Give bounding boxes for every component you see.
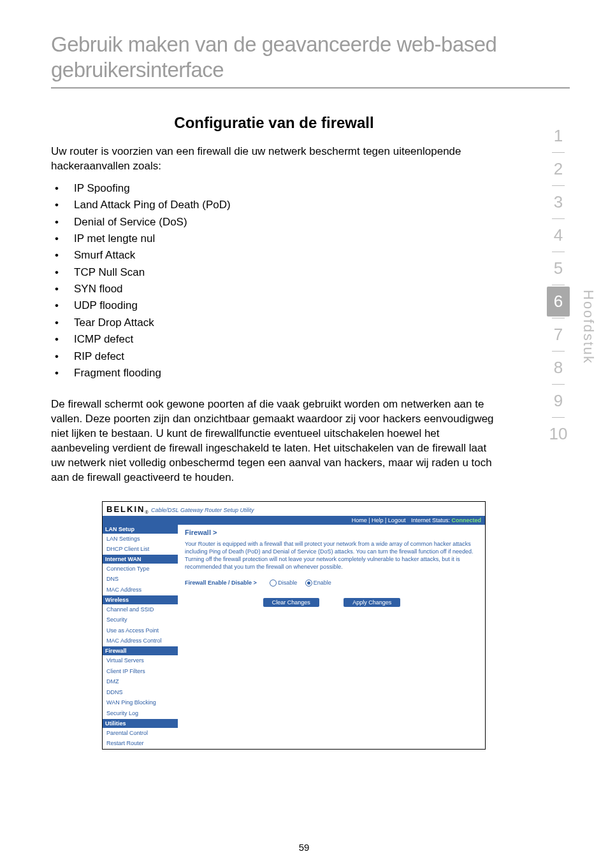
sidebar-item[interactable]: Use as Access Point (103, 625, 178, 636)
sidebar-item[interactable]: DMZ (103, 676, 178, 687)
list-item: Fragment flooding (51, 365, 497, 381)
sidebar-item[interactable]: Connection Type (103, 564, 178, 574)
router-topbar: Home | Help | Logout Internet Status: Co… (103, 516, 485, 525)
router-screenshot: BELKIN® Cable/DSL Gateway Router Setup U… (102, 501, 486, 750)
list-item: RIP defect (51, 348, 497, 365)
status-value: Connected (451, 517, 481, 523)
list-item: IP met lengte nul (51, 231, 497, 247)
breadcrumb: Firewall > (185, 529, 479, 536)
chapter-nav-item[interactable]: 1 (547, 121, 570, 151)
firewall-description: Your Router is equipped with a firewall … (185, 540, 479, 571)
list-item: Land Attack Ping of Death (PoD) (51, 197, 497, 213)
sidebar-item[interactable]: Restart Router (103, 738, 178, 749)
sidebar-group: Internet WAN (103, 555, 178, 564)
sidebar-item[interactable]: DNS (103, 574, 178, 585)
sidebar-group: Utilities (103, 719, 178, 728)
sidebar-item[interactable]: DDNS (103, 687, 178, 698)
chapter-nav-item[interactable]: 8 (547, 353, 570, 383)
nav-separator (552, 384, 565, 385)
firewall-toggle-row: Firewall Enable / Disable > Disable Enab… (185, 580, 479, 587)
sidebar-item[interactable]: MAC Address (103, 585, 178, 595)
apply-changes-button[interactable]: Apply Changes (344, 598, 400, 607)
brand-name: BELKIN (106, 504, 145, 514)
chapter-nav-item[interactable]: 6 (547, 287, 570, 317)
nav-separator (552, 185, 565, 186)
nav-separator (552, 417, 565, 418)
list-item: UDP flooding (51, 297, 497, 314)
topbar-links[interactable]: Home | Help | Logout (352, 517, 406, 523)
sidebar-item[interactable]: Security (103, 615, 178, 625)
sidebar-item[interactable]: MAC Address Control (103, 636, 178, 646)
chapter-nav-item[interactable]: 5 (547, 253, 570, 283)
router-sidebar: LAN SetupLAN SettingsDHCP Client ListInt… (103, 525, 178, 749)
chapter-nav-item[interactable]: 4 (547, 220, 570, 250)
body-paragraph: De firewall schermt ook gewone poorten a… (51, 397, 497, 485)
chapter-nav-item[interactable]: 2 (547, 154, 570, 184)
sidebar-group: LAN Setup (103, 525, 178, 534)
sidebar-item[interactable]: DHCP Client List (103, 544, 178, 555)
clear-changes-button[interactable]: Clear Changes (263, 598, 319, 607)
intro-text: Uw router is voorzien van een firewall d… (51, 145, 497, 174)
list-item: Smurf Attack (51, 247, 497, 264)
sidebar-item[interactable]: Channel and SSID (103, 604, 178, 615)
sidebar-group: Wireless (103, 595, 178, 604)
list-item: Denial of Service (DoS) (51, 214, 497, 231)
list-item: IP Spoofing (51, 180, 497, 197)
page-number: 59 (0, 842, 608, 853)
section-heading: Configuratie van de firewall (51, 114, 497, 132)
sidebar-item[interactable]: Virtual Servers (103, 655, 178, 666)
chapter-nav-item[interactable]: 3 (547, 187, 570, 217)
radio-disable[interactable]: Disable (270, 580, 297, 586)
title-rule (51, 87, 570, 89)
list-item: SYN flood (51, 281, 497, 297)
brand-subtitle: Cable/DSL Gateway Router Setup Utility (151, 507, 254, 513)
nav-separator (552, 218, 565, 219)
chapter-nav-item[interactable]: 9 (547, 386, 570, 416)
chapter-nav-item[interactable]: 10 (547, 419, 570, 449)
sidebar-item[interactable]: Parental Control (103, 728, 178, 739)
nav-separator (552, 285, 565, 285)
list-item: TCP Null Scan (51, 264, 497, 281)
status-label: Internet Status: (411, 517, 450, 523)
sidebar-group: Firewall (103, 646, 178, 655)
radio-enable[interactable]: Enable (305, 580, 331, 586)
page-title: Gebruik maken van de geavanceerde web-ba… (51, 32, 570, 82)
sidebar-item[interactable]: LAN Settings (103, 534, 178, 544)
nav-separator (552, 152, 565, 153)
radio-label: Firewall Enable / Disable > (185, 580, 257, 586)
chapter-label: Hoofdstuk (580, 290, 597, 364)
list-item: ICMP defect (51, 331, 497, 348)
nav-separator (552, 318, 565, 318)
brand-row: BELKIN® Cable/DSL Gateway Router Setup U… (103, 502, 485, 516)
router-main: Firewall > Your Router is equipped with … (178, 525, 485, 749)
nav-separator (552, 252, 565, 252)
sidebar-item[interactable]: WAN Ping Blocking (103, 697, 178, 708)
chapter-nav: 12345678910 (547, 121, 570, 449)
chapter-nav-item[interactable]: 7 (547, 320, 570, 350)
nav-separator (552, 351, 565, 352)
list-item: Tear Drop Attack (51, 315, 497, 331)
attack-list: IP Spoofing Land Attack Ping of Death (P… (51, 180, 497, 381)
sidebar-item[interactable]: Security Log (103, 708, 178, 719)
sidebar-item[interactable]: Client IP Filters (103, 666, 178, 677)
